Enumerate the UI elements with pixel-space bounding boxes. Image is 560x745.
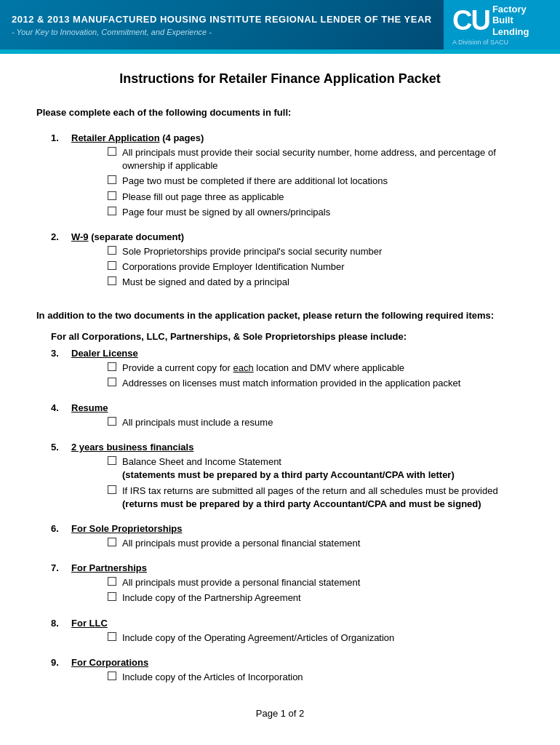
section-4-content: Resume All principals must include a res… — [71, 402, 524, 431]
section-1-items: All principals must provide their social… — [71, 146, 524, 219]
checkbox-icon — [108, 456, 116, 465]
section-8-num: 8. — [51, 618, 71, 647]
logo-sacu: A Division of SACU — [452, 39, 508, 46]
list-item-text: Please fill out page three as applicable — [122, 191, 284, 204]
list-item-text: Page two must be completed if there are … — [122, 175, 388, 188]
section-3-content: Dealer License Provide a current copy fo… — [71, 348, 524, 392]
section-3-num: 3. — [51, 348, 71, 392]
section-9-items: Include copy of the Articles of Incorpor… — [71, 671, 524, 684]
intro-text: Please complete each of the following do… — [36, 107, 524, 118]
section-9-num: 9. — [51, 657, 71, 686]
section-9: 9. For Corporations Include copy of the … — [51, 657, 524, 686]
section-9-heading-underline: For Corporations — [71, 657, 148, 668]
checkbox-icon — [108, 592, 116, 601]
section-6-content: For Sole Proprietorships All principals … — [71, 523, 524, 552]
section-4-items: All principals must include a resume — [71, 416, 524, 429]
section-5-heading: 2 years business financials — [71, 442, 524, 453]
section-8-heading: For LLC — [71, 618, 524, 629]
section-3-heading-underline: Dealer License — [71, 348, 138, 359]
list-item: Page two must be completed if there are … — [108, 175, 524, 188]
checkbox-icon — [108, 191, 116, 200]
section-3-items: Provide a current copy for each location… — [71, 362, 524, 390]
list-item: Addresses on licenses must match informa… — [108, 377, 524, 390]
list-item-text: Include copy of the Articles of Incorpor… — [122, 671, 303, 684]
checkbox-icon — [108, 175, 116, 184]
logo-built: Built — [492, 15, 529, 26]
checkbox-icon — [108, 632, 116, 641]
section-1-content: Retailer Application (4 pages) All princ… — [71, 132, 524, 221]
section-3: 3. Dealer License Provide a current copy… — [51, 348, 524, 392]
list-item: Include copy of the Partnership Agreemen… — [108, 591, 524, 605]
secondary-sections: 3. Dealer License Provide a current copy… — [36, 348, 524, 686]
section-5-content: 2 years business financials Balance Shee… — [71, 442, 524, 513]
section-8-heading-underline: For LLC — [71, 618, 108, 629]
section-8: 8. For LLC Include copy of the Operating… — [51, 618, 524, 647]
list-item: If IRS tax returns are submitted all pag… — [108, 485, 524, 511]
separator-text: In addition to the two documents in the … — [36, 309, 524, 322]
primary-sections: 1. Retailer Application (4 pages) All pr… — [36, 132, 524, 292]
logo-taglines: Factory Built Lending — [492, 4, 529, 38]
section-5-items: Balance Sheet and Income Statement (stat… — [71, 455, 524, 511]
section-9-content: For Corporations Include copy of the Art… — [71, 657, 524, 686]
section-1-num: 1. — [51, 132, 71, 221]
list-item: Provide a current copy for each location… — [108, 362, 524, 375]
list-item-text: Addresses on licenses must match informa… — [122, 377, 460, 390]
list-item: Page four must be signed by all owners/p… — [108, 206, 524, 219]
header-text: 2012 & 2013 MANUFACTURED HOUSING INSTITU… — [0, 0, 444, 49]
checkbox-icon — [108, 672, 116, 680]
page-title: Instructions for Retailer Finance Applic… — [36, 71, 524, 87]
logo-factory: Factory — [492, 4, 529, 15]
section-2-content: W-9 (separate document) Sole Proprietors… — [71, 231, 524, 292]
header-logo: CU Factory Built Lending A Division of S… — [444, 0, 560, 49]
list-item-text: Corporations provide Employer Identifica… — [122, 260, 345, 274]
list-item-text: Include copy of the Operating Agreement/… — [122, 632, 394, 645]
section-3-heading: Dealer License — [71, 348, 524, 359]
section-1: 1. Retailer Application (4 pages) All pr… — [51, 132, 524, 221]
checkbox-icon — [108, 577, 116, 586]
list-item-text: Must be signed and dated by a principal — [122, 276, 289, 289]
list-item: Must be signed and dated by a principal — [108, 276, 524, 289]
checkbox-icon — [108, 276, 116, 285]
list-item: All principals must provide their social… — [108, 146, 524, 172]
checkbox-icon — [108, 538, 116, 546]
list-item-text: Include copy of the Partnership Agreemen… — [122, 591, 301, 605]
section-4-heading: Resume — [71, 402, 524, 413]
page-footer: Page 1 of 2 — [36, 708, 524, 719]
list-item-text: All principals must provide a personal f… — [122, 537, 360, 550]
section-2-num: 2. — [51, 231, 71, 292]
section-5-num: 5. — [51, 442, 71, 513]
list-item: Sole Proprietorships provide principal's… — [108, 245, 524, 258]
checkbox-icon — [108, 378, 116, 386]
list-item-text: If IRS tax returns are submitted all pag… — [122, 485, 498, 511]
page-header: 2012 & 2013 MANUFACTURED HOUSING INSTITU… — [0, 0, 560, 49]
section-9-heading: For Corporations — [71, 657, 524, 668]
list-item-text: Balance Sheet and Income Statement (stat… — [122, 455, 455, 482]
checkbox-icon — [108, 147, 116, 156]
list-item: Include copy of the Articles of Incorpor… — [108, 671, 524, 684]
section-1-heading-underline: Retailer Application — [71, 132, 160, 143]
checkbox-icon — [108, 246, 116, 255]
checkbox-icon — [108, 207, 116, 215]
main-content: Instructions for Retailer Finance Applic… — [0, 54, 560, 745]
section-1-heading: Retailer Application (4 pages) — [71, 132, 524, 143]
section-6: 6. For Sole Proprietorships All principa… — [51, 523, 524, 552]
list-item: Corporations provide Employer Identifica… — [108, 260, 524, 274]
section-2-heading-normal: (separate document) — [91, 231, 184, 242]
section-2-heading: W-9 (separate document) — [71, 231, 524, 242]
section-6-heading: For Sole Proprietorships — [71, 523, 524, 534]
header-subtitle: - Your Key to Innovation, Commitment, an… — [12, 28, 432, 36]
list-item-text: Sole Proprietorships provide principal's… — [122, 245, 382, 258]
section-4: 4. Resume All principals must include a … — [51, 402, 524, 431]
checkbox-icon — [108, 261, 116, 270]
sub-intro: For all Corporations, LLC, Partnerships,… — [36, 331, 524, 342]
logo-cu-text: CU — [452, 7, 489, 34]
section-7-content: For Partnerships All principals must pro… — [71, 562, 524, 607]
header-title: 2012 & 2013 MANUFACTURED HOUSING INSTITU… — [12, 14, 432, 25]
checkbox-icon — [108, 362, 116, 371]
section-4-heading-underline: Resume — [71, 402, 108, 413]
section-1-heading-normal: (4 pages) — [162, 132, 204, 143]
section-8-content: For LLC Include copy of the Operating Ag… — [71, 618, 524, 647]
checkbox-icon — [108, 417, 116, 426]
list-item: All principals must provide a personal f… — [108, 576, 524, 589]
section-7-heading: For Partnerships — [71, 562, 524, 573]
